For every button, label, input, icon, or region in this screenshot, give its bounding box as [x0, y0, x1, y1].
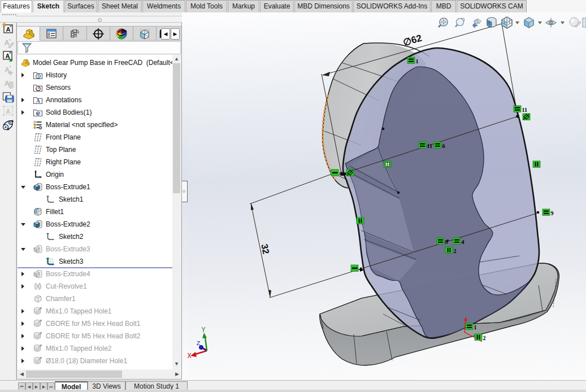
svg-text:32: 32: [259, 243, 271, 255]
svg-text:2: 2: [483, 335, 486, 341]
svg-text:1: 1: [416, 58, 419, 64]
svg-text:Y: Y: [201, 326, 205, 334]
svg-text:11: 11: [522, 107, 527, 113]
svg-text:A: A: [5, 80, 10, 88]
svg-text:X: X: [187, 352, 191, 360]
svg-text:4: 4: [462, 239, 465, 245]
svg-text:1: 1: [474, 324, 477, 330]
svg-text:A: A: [5, 39, 10, 47]
svg-text:A: A: [6, 108, 11, 115]
svg-text:Z: Z: [197, 340, 201, 347]
svg-text:9: 9: [551, 210, 554, 216]
svg-text:+: +: [446, 238, 449, 243]
svg-text:6: 6: [442, 143, 445, 149]
svg-text:∅62: ∅62: [402, 33, 423, 49]
svg-text:A: A: [6, 26, 11, 33]
svg-text:11: 11: [427, 143, 432, 149]
svg-text:6: 6: [340, 171, 342, 177]
svg-text:4: 4: [359, 266, 362, 272]
svg-text:2: 2: [454, 248, 457, 254]
